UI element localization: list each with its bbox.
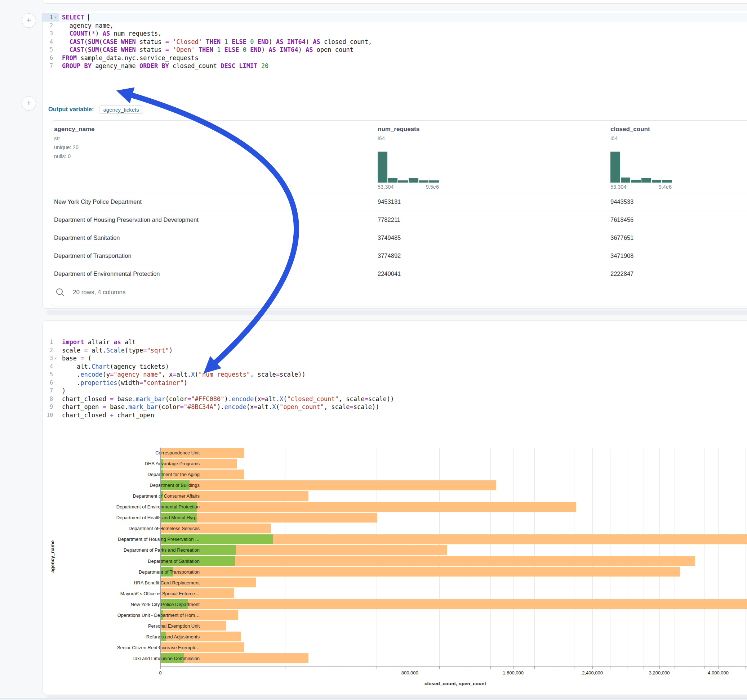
code-text: CAST(SUM(CASE WHEN status = 'Closed' THE… [62,38,372,46]
histogram-bar [662,180,672,183]
bar-closed-count [160,567,680,576]
x-axis-tick [377,667,377,669]
table-body: New York City Police Department945313194… [51,193,747,283]
search-icon[interactable] [56,288,65,297]
x-axis-tick [410,667,410,669]
x-axis-tick [160,667,161,669]
x-axis-tick-label: 3,200,000 [649,670,670,676]
x-axis-tick [574,667,575,669]
code-line-3[interactable]: 3 COUNT(*) AS num_requests, [42,30,747,38]
x-axis-tick-label: 1,600,000 [503,670,523,676]
cell-agency-name: Department of Environmental Protection [54,265,160,283]
bar-closed-count [160,480,496,490]
bar-closed-count [160,556,695,566]
x-axis-tick [732,667,732,669]
code-line-7[interactable]: 7GROUP BY agency_name ORDER BY closed_co… [42,62,747,70]
output-variable-row: Output variable:agency_tickets [48,99,143,119]
x-axis-tick-label: 0 [159,670,162,676]
num-requests-histogram [378,152,439,183]
cell-closed-count: 3471908 [611,247,634,265]
x-axis-tick [627,667,628,669]
x-axis-tick [593,667,593,669]
previous-cell-edge [42,0,747,4]
add-cell-button-top[interactable]: + [22,13,36,28]
x-axis-tick [513,667,514,669]
y-axis-title: agency_name [50,537,55,576]
python-cell[interactable]: 1import altair as alt2scale = alt.Scale(… [42,320,747,695]
notebook-page: { "colors": { "closed_bar": "#FFC080", "… [0,0,747,700]
code-line-5[interactable]: 5 CAST(SUM(CASE WHEN status = 'Open' THE… [42,46,747,54]
histogram-bar [388,178,398,183]
column-header-closed-count[interactable]: closed_count i64 [611,126,650,141]
gutter-divider [59,46,59,54]
cell-num-requests: 2240041 [378,265,401,283]
x-axis-tick [704,667,705,669]
cell-closed-count: 3677651 [611,229,634,247]
bar-closed-count [160,502,576,512]
y-axis-label: Department for the Aging [42,472,200,477]
row-count-label: 20 rows, 4 columns [73,281,126,303]
num-requests-hist-labels: 53,304 9.5e6 [378,184,439,190]
sql-cell[interactable]: 1∨SELECT 2 agency_name,3 COUNT(*) AS num… [42,11,747,309]
y-axis-label: New York City Police Department [42,601,200,607]
y-axis-label: Department of Parks and Recreation [42,547,200,553]
column-header-agency-name[interactable]: agency_name str unique: 20 nulls: 0 [54,126,94,159]
x-axis-tick [337,667,337,669]
output-variable-pill[interactable]: agency_tickets [99,106,143,114]
y-axis-label: Department of Sanitation [42,558,200,564]
y-axis-label: Department of Homeless Services [42,526,200,531]
x-axis-tick [285,667,286,669]
bar-closed-count [160,599,747,609]
code-text: CAST(SUM(CASE WHEN status = 'Open' THEN … [62,46,354,54]
y-axis-label: Taxi and Limousine Commission [42,655,200,661]
closed-count-histogram [611,152,672,183]
cell-num-requests: 7782211 [378,211,400,229]
gutter-divider [59,38,59,46]
histogram-bar [429,180,439,183]
code-text: GROUP BY agency_name ORDER BY closed_cou… [62,62,268,70]
cell-agency-name: Department of Housing Preservation and D… [54,211,198,229]
chart-gridline [718,448,718,666]
histogram-bar [641,178,651,183]
cell-agency-name: Department of Transportation [54,247,132,265]
output-variable-label: Output variable: [48,106,94,112]
x-axis-tick [674,667,675,669]
chart-gridline [704,448,705,666]
histogram-bar [398,180,408,183]
x-axis-tick [659,667,660,669]
table-row: Department of Environmental Protection22… [51,265,747,283]
y-axis-label: HRA Benefit Card Replacement [42,580,200,585]
line-number: 4 [42,38,59,46]
y-axis-line [160,448,161,666]
code-line-2[interactable]: 2 agency_name, [42,22,747,30]
column-header-num-requests[interactable]: num_requests i64 [378,126,419,141]
histogram-bar [631,180,641,183]
gutter-divider [59,54,59,62]
chart-gridline [732,448,732,666]
gutter-divider [59,62,59,70]
x-axis-tick [610,667,611,669]
code-line-4[interactable]: 4 CAST(SUM(CASE WHEN status = 'Closed' T… [42,38,747,46]
next-cell-edge [0,698,747,700]
table-row: Department of Sanitation37494853677651 [51,229,747,247]
divider [42,99,747,99]
y-axis-label: DHS Advantage Programs [42,461,200,466]
cell-closed-count: 7618456 [611,211,634,229]
y-axis-label: Correspondence Unit [42,450,200,456]
cell-num-requests: 3749485 [378,229,401,247]
add-cell-button-output[interactable]: + [22,96,36,110]
code-line-1[interactable]: 1∨SELECT [42,13,747,22]
sql-code-editor[interactable]: 1∨SELECT 2 agency_name,3 COUNT(*) AS num… [42,13,747,70]
chart-gridline [745,448,746,666]
code-line-6[interactable]: 6FROM sample_data.nyc.service_requests [42,54,747,62]
y-axis-label: Mayorâ€ s Office of Special Enforce… [42,591,200,596]
line-number: 2 [42,22,59,30]
x-axis-tick [555,667,555,669]
x-axis-tick [490,667,491,669]
y-axis-label: Senior Citizen Rent Increase Exempti… [42,644,200,650]
gutter-divider [59,13,59,22]
cell-closed-count: 9443533 [611,193,634,211]
y-axis-label: Department of Housing Preservation … [42,537,200,542]
table-footer: 20 rows, 4 columns [51,281,747,304]
fold-chevron-icon[interactable]: ∨ [54,13,57,22]
